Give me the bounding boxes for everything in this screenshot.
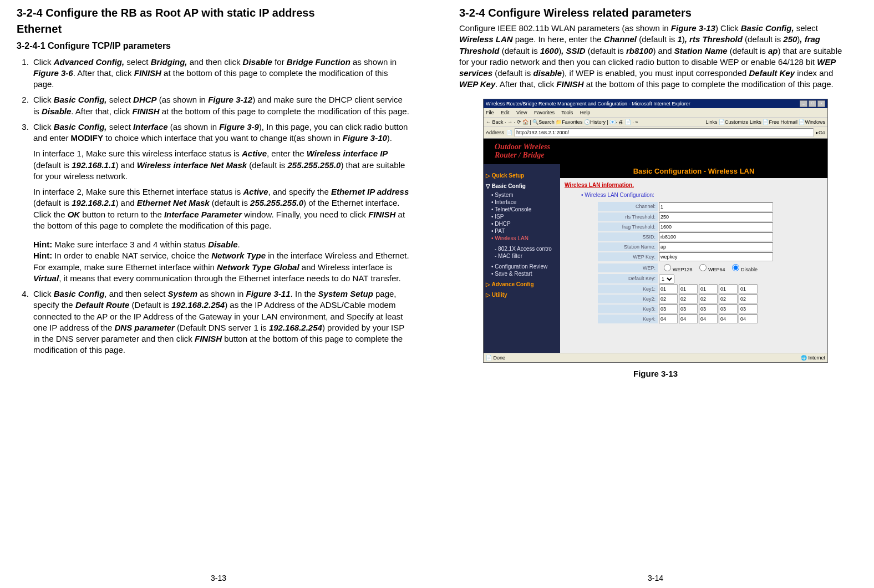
sidebar-basic-config[interactable]: ▽ Basic Config: [486, 183, 558, 190]
menu-bar: File Edit View Favorites Tools Help: [484, 108, 827, 118]
text: select: [124, 57, 151, 67]
toolbar-links[interactable]: Links 📄Customize Links 📄Free Hotmail 📄Wi…: [705, 119, 825, 125]
key4-input-4[interactable]: [739, 315, 758, 323]
sidebar-item-interface[interactable]: Interface: [491, 199, 558, 206]
sidebar-item-isp[interactable]: ISP: [491, 213, 558, 220]
status-right: 🌐 Internet: [801, 354, 825, 361]
key4-input-0[interactable]: [659, 315, 678, 323]
rts-input[interactable]: [659, 212, 773, 221]
key4-input-1[interactable]: [679, 315, 698, 323]
maximize-icon[interactable]: ☐: [809, 100, 816, 107]
step-2: Click Basic Config, select DHCP (as show…: [31, 94, 409, 117]
wep-disable-radio[interactable]: [732, 264, 739, 271]
toolbar-navigation[interactable]: ← Back · → · ⟳ 🏠 | 🔍Search 📁Favorites 🕓H…: [486, 119, 638, 125]
minimize-icon[interactable]: _: [800, 100, 807, 107]
text: DNS parameter: [115, 323, 175, 332]
ssid-input[interactable]: [659, 232, 773, 241]
text: 192.168.2.1: [72, 198, 115, 207]
wlan-conf-link[interactable]: • Wireless LAN Configuration:: [581, 191, 823, 199]
text: ) and: [115, 160, 136, 170]
text: Interface Parameter: [164, 210, 242, 219]
sidebar-item-wlan[interactable]: Wireless LAN: [491, 235, 558, 242]
menu-edit[interactable]: Edit: [501, 110, 510, 115]
menu-help[interactable]: Help: [580, 110, 591, 115]
text: . After that, click: [495, 79, 556, 89]
key1-input-3[interactable]: [719, 285, 738, 293]
text: Channel: [604, 34, 637, 44]
hint-label: Hint:: [33, 251, 52, 260]
wep64-radio[interactable]: [699, 264, 707, 271]
text: Figure 3-6: [33, 68, 73, 78]
station-input[interactable]: [659, 242, 773, 251]
text: (as shown in: [157, 95, 209, 104]
wep-label: WEP:: [598, 263, 658, 272]
sidebar-advance-config[interactable]: ▷ Advance Config: [486, 281, 558, 288]
go-button[interactable]: ▸Go: [816, 129, 825, 136]
wep128-radio[interactable]: [664, 264, 671, 271]
text: Station Name: [674, 46, 728, 55]
text: (default is: [500, 46, 540, 55]
sidebar-item-telnet[interactable]: Telnet/Console: [491, 206, 558, 213]
frag-input[interactable]: [659, 222, 773, 231]
key3-input-1[interactable]: [679, 305, 698, 313]
key1-input-4[interactable]: [739, 285, 758, 293]
text: Make sure interface 3 and 4 within statu…: [52, 240, 208, 249]
sidebar-item-system[interactable]: System: [491, 191, 558, 199]
sidebar-conf-list: Configuration Review Save & Restart: [486, 263, 558, 277]
key2-input-2[interactable]: [699, 295, 718, 303]
key3-input-2[interactable]: [699, 305, 718, 313]
key1-input-2[interactable]: [699, 285, 718, 293]
text: , and then select: [104, 289, 167, 298]
text: (Default DNS server 1 is: [175, 323, 269, 332]
key3-input-0[interactable]: [659, 305, 678, 313]
sidebar-utility[interactable]: ▷ Utility: [486, 291, 558, 299]
sidebar-quick-setup[interactable]: ▷ Quick Setup: [486, 172, 558, 180]
key1-input-0[interactable]: [659, 285, 678, 293]
key1-input-1[interactable]: [679, 285, 698, 293]
text: , and specify the: [268, 187, 331, 196]
text: 255.255.255.0: [250, 198, 303, 207]
text: Virtual: [33, 273, 59, 283]
key2-input-0[interactable]: [659, 295, 678, 303]
wepkey-input[interactable]: [659, 252, 773, 261]
key2-input-1[interactable]: [679, 295, 698, 303]
sidebar-item-dhcp[interactable]: DHCP: [491, 220, 558, 227]
text: Disable: [208, 240, 237, 249]
sidebar-item-save-restart[interactable]: Save & Restart: [491, 270, 558, 277]
text: (default is: [33, 160, 72, 170]
window-titlebar: Wireless Router/Bridge Remote Management…: [484, 99, 827, 108]
key2-input-4[interactable]: [739, 295, 758, 303]
sidebar-item-conf-review[interactable]: Configuration Review: [491, 263, 558, 270]
menu-view[interactable]: View: [516, 110, 527, 115]
text: FINISH: [556, 79, 583, 89]
sidebar-item-8021x[interactable]: 802.1X Access contro: [495, 245, 558, 252]
close-icon[interactable]: ×: [817, 100, 825, 107]
text: (default is: [492, 68, 533, 78]
menu-tools[interactable]: Tools: [561, 110, 573, 115]
page-body: ▷ Quick Setup ▽ Basic Config System Inte…: [484, 164, 827, 353]
key3-input-4[interactable]: [739, 305, 758, 313]
defkey-select[interactable]: 1: [659, 275, 674, 283]
key2-input-3[interactable]: [719, 295, 738, 303]
sidebar-item-pat[interactable]: PAT: [491, 227, 558, 235]
channel-input[interactable]: [659, 202, 773, 211]
text: disable: [533, 68, 562, 78]
key3-input-3[interactable]: [719, 305, 738, 313]
sidebar-item-mac-filter[interactable]: MAC filter: [495, 252, 558, 260]
content-area: Basic Configuration - Wireless LAN Wirel…: [560, 164, 827, 353]
menu-favorites[interactable]: Favorites: [534, 110, 555, 115]
text: System Setup: [318, 289, 373, 298]
text: MODIFY: [71, 133, 103, 143]
text: Wireless LAN: [459, 34, 513, 44]
text: 1600: [540, 46, 558, 55]
text: .: [238, 240, 240, 249]
key4-input-2[interactable]: [699, 315, 718, 323]
text: ap: [768, 46, 778, 55]
text: Default Key: [749, 68, 795, 78]
key4-input-3[interactable]: [719, 315, 738, 323]
address-input[interactable]: [515, 128, 814, 137]
rts-label: rts Threshold:: [598, 212, 658, 221]
text: at the bottom of this page to complete t…: [584, 79, 834, 89]
step-3: Click Basic Config, select Interface (as…: [31, 121, 409, 284]
menu-file[interactable]: File: [486, 110, 494, 115]
